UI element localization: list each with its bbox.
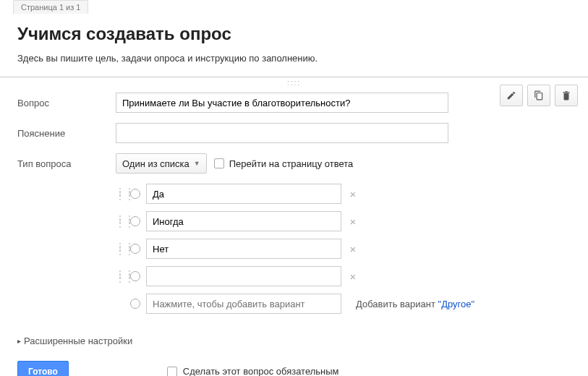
question-editor: :::: Вопрос Пояснение Тип вопроса Один и…: [0, 77, 588, 376]
question-title-input[interactable]: [116, 93, 448, 113]
page-tab[interactable]: Страница 1 из 1: [13, 0, 88, 14]
option-input[interactable]: [146, 266, 341, 286]
form-title[interactable]: Учимся создавать опрос: [17, 24, 571, 44]
option-input[interactable]: [146, 239, 341, 259]
option-row: ⋮⋮⋮⋮ ×: [116, 184, 571, 204]
remove-option-button[interactable]: ×: [347, 243, 359, 255]
required-checkbox[interactable]: [167, 367, 177, 377]
radio-icon: [130, 189, 140, 199]
duplicate-button[interactable]: [527, 85, 550, 106]
done-button[interactable]: Готово: [17, 361, 69, 376]
add-option-input[interactable]: [146, 294, 341, 314]
add-other-link[interactable]: "Другое": [438, 299, 475, 309]
type-label: Тип вопроса: [17, 158, 116, 169]
question-help-input[interactable]: [116, 123, 448, 143]
question-type-value: Один из списка: [122, 158, 189, 169]
option-input[interactable]: [146, 211, 341, 231]
radio-icon: [130, 244, 140, 254]
advanced-settings-label: Расширенные настройки: [24, 336, 132, 346]
help-label: Пояснение: [17, 128, 116, 139]
option-row: ⋮⋮⋮⋮ ×: [116, 266, 571, 286]
drag-grip-icon[interactable]: ⋮⋮⋮⋮: [116, 272, 124, 281]
drag-grip-icon[interactable]: ⋮⋮⋮⋮: [116, 244, 124, 253]
required-label: Сделать этот вопрос обязательным: [183, 366, 339, 376]
chevron-down-icon: ▼: [194, 160, 200, 167]
trash-icon: [561, 90, 571, 101]
chevron-right-icon: ▸: [17, 337, 21, 345]
radio-icon: [130, 216, 140, 226]
question-type-dropdown[interactable]: Один из списка ▼: [116, 153, 207, 174]
drag-grip-icon[interactable]: ⋮⋮⋮⋮: [116, 189, 124, 198]
add-other-text: Добавить вариант "Другое": [356, 299, 474, 309]
radio-icon: [130, 271, 140, 281]
edit-button[interactable]: [500, 85, 523, 106]
question-toolbar: [500, 85, 578, 106]
copy-icon: [534, 90, 544, 101]
remove-option-button[interactable]: ×: [347, 270, 359, 283]
option-row: ⋮⋮⋮⋮ ×: [116, 239, 571, 259]
delete-button[interactable]: [555, 85, 578, 106]
drag-grip-icon[interactable]: ⋮⋮⋮⋮: [116, 217, 124, 226]
option-input[interactable]: [146, 184, 341, 204]
required-option[interactable]: Сделать этот вопрос обязательным: [167, 366, 339, 376]
question-label: Вопрос: [17, 98, 116, 108]
options-list: ⋮⋮⋮⋮ × ⋮⋮⋮⋮ × ⋮⋮⋮⋮ × ⋮⋮⋮⋮ ×: [116, 184, 571, 314]
remove-option-button[interactable]: ×: [347, 188, 359, 200]
add-option-row: Добавить вариант "Другое": [116, 294, 571, 314]
option-row: ⋮⋮⋮⋮ ×: [116, 211, 571, 231]
remove-option-button[interactable]: ×: [347, 215, 359, 228]
pencil-icon: [506, 90, 516, 101]
go-to-page-label: Перейти на страницу ответа: [229, 158, 354, 169]
radio-icon: [130, 299, 140, 309]
advanced-settings-toggle[interactable]: ▸ Расширенные настройки: [17, 336, 571, 346]
form-description[interactable]: Здесь вы пишите цель, задачи опроса и ин…: [17, 53, 571, 64]
go-to-page-option[interactable]: Перейти на страницу ответа: [214, 158, 354, 169]
go-to-page-checkbox[interactable]: [214, 158, 224, 168]
